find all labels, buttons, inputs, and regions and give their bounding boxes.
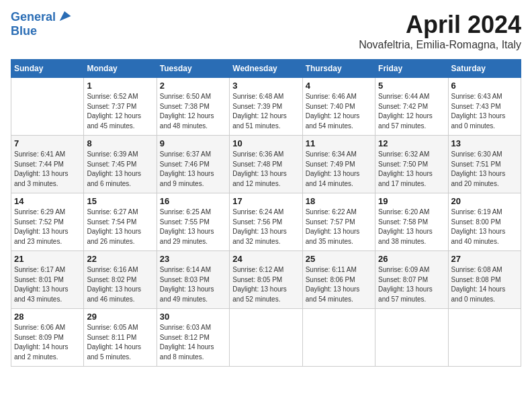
calendar-cell: 6Sunrise: 6:43 AM Sunset: 7:43 PM Daylig… <box>448 78 521 136</box>
day-detail: Sunrise: 6:16 AM Sunset: 8:02 PM Dayligh… <box>87 265 153 304</box>
day-detail: Sunrise: 6:11 AM Sunset: 8:06 PM Dayligh… <box>306 265 372 304</box>
calendar-cell: 3Sunrise: 6:48 AM Sunset: 7:39 PM Daylig… <box>230 78 302 136</box>
day-number: 18 <box>306 196 372 206</box>
day-detail: Sunrise: 6:12 AM Sunset: 8:05 PM Dayligh… <box>232 265 299 304</box>
day-number: 12 <box>378 138 445 148</box>
day-detail: Sunrise: 6:43 AM Sunset: 7:43 PM Dayligh… <box>451 92 518 131</box>
column-header-thursday: Thursday <box>302 60 375 78</box>
calendar-cell <box>448 309 521 367</box>
day-detail: Sunrise: 6:29 AM Sunset: 7:52 PM Dayligh… <box>14 208 81 246</box>
week-row-4: 21Sunrise: 6:17 AM Sunset: 8:01 PM Dayli… <box>11 251 521 309</box>
day-detail: Sunrise: 6:46 AM Sunset: 7:40 PM Dayligh… <box>306 92 372 131</box>
calendar-cell: 15Sunrise: 6:27 AM Sunset: 7:54 PM Dayli… <box>84 193 157 251</box>
calendar-cell: 27Sunrise: 6:08 AM Sunset: 8:08 PM Dayli… <box>448 251 521 309</box>
day-number: 28 <box>14 312 81 322</box>
calendar-cell <box>230 309 302 367</box>
calendar-cell: 22Sunrise: 6:16 AM Sunset: 8:02 PM Dayli… <box>84 251 157 309</box>
calendar-cell: 30Sunrise: 6:03 AM Sunset: 8:12 PM Dayli… <box>157 309 229 367</box>
day-number: 27 <box>451 254 518 264</box>
calendar-cell <box>302 309 375 367</box>
calendar-cell: 16Sunrise: 6:25 AM Sunset: 7:55 PM Dayli… <box>157 193 229 251</box>
day-detail: Sunrise: 6:27 AM Sunset: 7:54 PM Dayligh… <box>87 208 153 246</box>
week-row-5: 28Sunrise: 6:06 AM Sunset: 8:09 PM Dayli… <box>11 309 521 367</box>
day-number: 25 <box>306 254 372 264</box>
logo-icon <box>57 9 72 24</box>
calendar-cell: 1Sunrise: 6:52 AM Sunset: 7:37 PM Daylig… <box>84 78 157 136</box>
calendar-cell: 10Sunrise: 6:36 AM Sunset: 7:48 PM Dayli… <box>230 136 302 193</box>
calendar-cell: 9Sunrise: 6:37 AM Sunset: 7:46 PM Daylig… <box>157 136 229 193</box>
column-header-friday: Friday <box>375 60 448 78</box>
logo-blue: Blue <box>11 24 72 38</box>
day-detail: Sunrise: 6:30 AM Sunset: 7:51 PM Dayligh… <box>451 150 518 189</box>
day-number: 17 <box>232 196 299 206</box>
day-detail: Sunrise: 6:19 AM Sunset: 8:00 PM Dayligh… <box>451 208 518 246</box>
day-number: 14 <box>14 196 81 206</box>
day-number: 7 <box>14 138 81 148</box>
calendar-cell: 4Sunrise: 6:46 AM Sunset: 7:40 PM Daylig… <box>302 78 375 136</box>
calendar-cell: 7Sunrise: 6:41 AM Sunset: 7:44 PM Daylig… <box>11 136 84 193</box>
day-number: 15 <box>87 196 153 206</box>
day-detail: Sunrise: 6:34 AM Sunset: 7:49 PM Dayligh… <box>306 150 372 189</box>
day-number: 9 <box>160 138 226 148</box>
day-number: 16 <box>160 196 226 206</box>
calendar-cell: 26Sunrise: 6:09 AM Sunset: 8:07 PM Dayli… <box>375 251 448 309</box>
day-detail: Sunrise: 6:03 AM Sunset: 8:12 PM Dayligh… <box>160 323 226 362</box>
day-detail: Sunrise: 6:50 AM Sunset: 7:38 PM Dayligh… <box>160 92 226 131</box>
day-number: 10 <box>232 138 299 148</box>
calendar-cell <box>375 309 448 367</box>
page-header: General Blue April 2024 Novafeltria, Emi… <box>11 11 521 51</box>
day-number: 2 <box>160 81 226 91</box>
day-detail: Sunrise: 6:39 AM Sunset: 7:45 PM Dayligh… <box>87 150 153 189</box>
day-number: 24 <box>232 254 299 264</box>
column-header-monday: Monday <box>84 60 157 78</box>
day-number: 26 <box>378 254 445 264</box>
week-row-3: 14Sunrise: 6:29 AM Sunset: 7:52 PM Dayli… <box>11 193 521 251</box>
day-detail: Sunrise: 6:17 AM Sunset: 8:01 PM Dayligh… <box>14 265 81 304</box>
calendar-cell: 28Sunrise: 6:06 AM Sunset: 8:09 PM Dayli… <box>11 309 84 367</box>
day-detail: Sunrise: 6:37 AM Sunset: 7:46 PM Dayligh… <box>160 150 226 189</box>
week-row-2: 7Sunrise: 6:41 AM Sunset: 7:44 PM Daylig… <box>11 136 521 193</box>
day-detail: Sunrise: 6:36 AM Sunset: 7:48 PM Dayligh… <box>232 150 299 189</box>
title-area: April 2024 Novafeltria, Emilia-Romagna, … <box>359 11 521 51</box>
day-detail: Sunrise: 6:32 AM Sunset: 7:50 PM Dayligh… <box>378 150 445 189</box>
column-header-saturday: Saturday <box>448 60 521 78</box>
logo-text: General <box>11 11 56 24</box>
calendar-cell: 21Sunrise: 6:17 AM Sunset: 8:01 PM Dayli… <box>11 251 84 309</box>
day-number: 30 <box>160 312 226 322</box>
day-detail: Sunrise: 6:24 AM Sunset: 7:56 PM Dayligh… <box>232 208 299 246</box>
day-detail: Sunrise: 6:20 AM Sunset: 7:58 PM Dayligh… <box>378 208 445 246</box>
calendar-table: SundayMondayTuesdayWednesdayThursdayFrid… <box>11 59 521 367</box>
calendar-cell: 11Sunrise: 6:34 AM Sunset: 7:49 PM Dayli… <box>302 136 375 193</box>
column-header-tuesday: Tuesday <box>157 60 229 78</box>
day-number: 6 <box>451 81 518 91</box>
day-detail: Sunrise: 6:14 AM Sunset: 8:03 PM Dayligh… <box>160 265 226 304</box>
day-number: 13 <box>451 138 518 148</box>
day-number: 8 <box>87 138 153 148</box>
day-detail: Sunrise: 6:44 AM Sunset: 7:42 PM Dayligh… <box>378 92 445 131</box>
day-detail: Sunrise: 6:52 AM Sunset: 7:37 PM Dayligh… <box>87 92 153 131</box>
calendar-title: April 2024 <box>359 11 521 39</box>
day-detail: Sunrise: 6:06 AM Sunset: 8:09 PM Dayligh… <box>14 323 81 362</box>
calendar-cell: 29Sunrise: 6:05 AM Sunset: 8:11 PM Dayli… <box>84 309 157 367</box>
day-number: 29 <box>87 312 153 322</box>
calendar-cell: 8Sunrise: 6:39 AM Sunset: 7:45 PM Daylig… <box>84 136 157 193</box>
svg-marker-0 <box>60 11 71 21</box>
day-detail: Sunrise: 6:22 AM Sunset: 7:57 PM Dayligh… <box>306 208 372 246</box>
day-number: 21 <box>14 254 81 264</box>
calendar-cell <box>11 78 84 136</box>
day-number: 3 <box>232 81 299 91</box>
day-number: 20 <box>451 196 518 206</box>
calendar-cell: 19Sunrise: 6:20 AM Sunset: 7:58 PM Dayli… <box>375 193 448 251</box>
logo: General Blue <box>11 11 72 38</box>
calendar-cell: 18Sunrise: 6:22 AM Sunset: 7:57 PM Dayli… <box>302 193 375 251</box>
day-number: 5 <box>378 81 445 91</box>
calendar-cell: 23Sunrise: 6:14 AM Sunset: 8:03 PM Dayli… <box>157 251 229 309</box>
day-detail: Sunrise: 6:08 AM Sunset: 8:08 PM Dayligh… <box>451 265 518 304</box>
calendar-cell: 14Sunrise: 6:29 AM Sunset: 7:52 PM Dayli… <box>11 193 84 251</box>
day-detail: Sunrise: 6:41 AM Sunset: 7:44 PM Dayligh… <box>14 150 81 189</box>
day-detail: Sunrise: 6:48 AM Sunset: 7:39 PM Dayligh… <box>232 92 299 131</box>
calendar-cell: 25Sunrise: 6:11 AM Sunset: 8:06 PM Dayli… <box>302 251 375 309</box>
day-number: 19 <box>378 196 445 206</box>
day-detail: Sunrise: 6:25 AM Sunset: 7:55 PM Dayligh… <box>160 208 226 246</box>
day-detail: Sunrise: 6:09 AM Sunset: 8:07 PM Dayligh… <box>378 265 445 304</box>
